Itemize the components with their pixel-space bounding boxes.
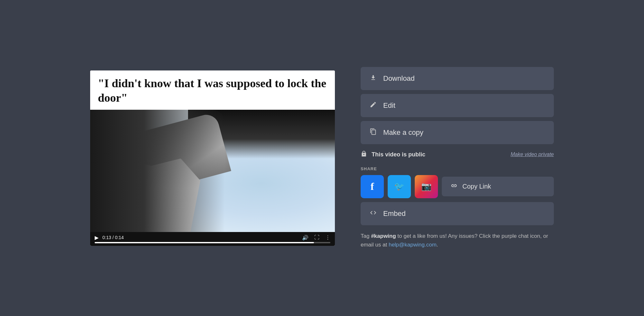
edit-label: Edit	[383, 101, 395, 110]
progress-bar[interactable]	[95, 242, 330, 243]
tag-prefix: Tag	[361, 233, 371, 239]
copy-icon	[370, 128, 377, 137]
instagram-icon: 📷	[421, 181, 431, 191]
make-copy-label: Make a copy	[383, 128, 423, 137]
facebook-icon: f	[371, 181, 374, 192]
edit-button[interactable]: Edit	[361, 94, 554, 117]
embed-icon	[370, 209, 377, 218]
make-private-link[interactable]: Make video private	[511, 152, 554, 157]
copy-link-label: Copy Link	[462, 183, 491, 190]
share-row: f 🐦 📷 Copy Link	[361, 175, 554, 198]
embed-button[interactable]: Embed	[361, 202, 554, 225]
link-icon	[451, 182, 457, 191]
visibility-row: This video is public Make video private	[361, 148, 554, 161]
video-container: "I didn't know that I was supposed to lo…	[90, 70, 335, 246]
download-icon	[370, 74, 377, 83]
progress-fill	[95, 242, 314, 243]
video-thumbnail[interactable]	[90, 110, 335, 232]
make-copy-button[interactable]: Make a copy	[361, 121, 554, 144]
video-panel: "I didn't know that I was supposed to lo…	[90, 70, 335, 246]
actions-panel: Download Edit Make a copy This video is …	[361, 67, 554, 249]
facebook-button[interactable]: f	[361, 175, 384, 198]
play-button[interactable]: ▶	[95, 235, 99, 241]
lock-icon	[361, 151, 367, 159]
more-options-icon[interactable]: ⋮	[325, 235, 330, 241]
download-label: Download	[383, 74, 415, 83]
fullscreen-icon[interactable]: ⛶	[314, 235, 319, 241]
share-label: SHARE	[361, 165, 554, 171]
twitter-icon: 🐦	[394, 181, 404, 191]
copy-link-button[interactable]: Copy Link	[442, 177, 554, 196]
download-button[interactable]: Download	[361, 67, 554, 90]
twitter-button[interactable]: 🐦	[388, 175, 411, 198]
video-controls: ▶ 0:13 / 0:14 🔊 ⛶ ⋮	[90, 232, 335, 246]
embed-label: Embed	[383, 209, 406, 218]
time-display: 0:13 / 0:14	[102, 235, 298, 240]
tag-text: Tag #kapwing to get a like from us! Any …	[361, 232, 554, 249]
volume-icon[interactable]: 🔊	[302, 235, 308, 241]
tag-brand: #kapwing	[371, 233, 396, 239]
instagram-button[interactable]: 📷	[415, 175, 438, 198]
tag-email[interactable]: help@kapwing.com	[389, 242, 437, 248]
video-caption: "I didn't know that I was supposed to lo…	[90, 70, 335, 110]
visibility-text: This video is public	[372, 151, 425, 158]
edit-icon	[370, 101, 377, 110]
tag-suffix: .	[437, 242, 438, 248]
